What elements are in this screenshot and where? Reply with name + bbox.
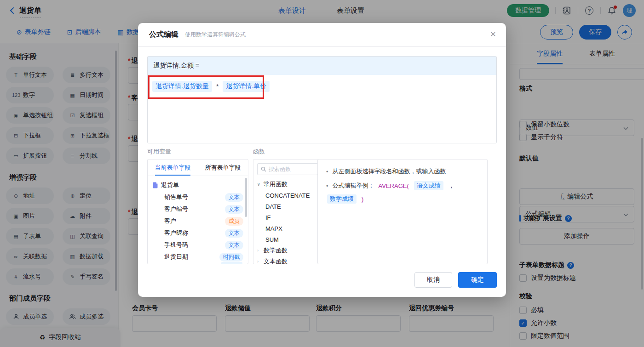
- function-item-IF[interactable]: IF: [257, 212, 318, 223]
- variable-name: 客户: [164, 217, 176, 225]
- function-group-常用函数[interactable]: ∨常用函数: [257, 179, 318, 190]
- variables-tabs: 当前表单字段所有表单字段: [148, 159, 248, 176]
- formula-operator: *: [216, 83, 218, 90]
- help-tip-1: • 从左侧面板选择字段名和函数，或输入函数: [326, 167, 479, 176]
- search-icon: [261, 166, 266, 172]
- variable-name: 退货日期: [164, 253, 188, 261]
- variables-panel: 当前表单字段所有表单字段 退货单销售单号文本客户编号文本客户成员客户昵称文本手机…: [147, 159, 248, 264]
- variable-item-销售单号[interactable]: 销售单号文本: [152, 191, 243, 203]
- variables-scrollbar[interactable]: [245, 178, 247, 217]
- help-example-separator: ，: [448, 182, 454, 190]
- formula-editor[interactable]: 退货详情.金额 = 退货详情.退货数量*退货详情.单价: [147, 56, 497, 143]
- modal-header: 公式编辑 使用数学运算符编辑公式 ×: [138, 23, 506, 47]
- functions-label: 函数: [253, 148, 265, 156]
- formula-field-token[interactable]: 退货详情.单价: [223, 81, 270, 92]
- variable-type-badge: 文本: [225, 229, 243, 238]
- variables-root-label: 退货单: [161, 181, 179, 189]
- function-item-DATE[interactable]: DATE: [257, 201, 318, 212]
- variable-type-badge: 文本: [225, 241, 243, 250]
- variable-type-badge: 文本: [225, 205, 243, 214]
- variables-tree: 退货单销售单号文本客户编号文本客户成员客户昵称文本手机号码文本退货日期时间戳: [148, 176, 248, 264]
- variables-tab-1[interactable]: 所有表单字段: [198, 159, 248, 176]
- help-tip-2: • 公式编辑举例：AVERAGE(语文成绩，数学成绩): [326, 181, 479, 204]
- formula-expression: 退货详情.退货数量*退货详情.单价: [148, 75, 496, 98]
- formula-field-token[interactable]: 退货详情.退货数量: [152, 81, 212, 92]
- bullet-icon: •: [326, 182, 328, 189]
- help-example-arg: 数学成绩: [327, 194, 356, 204]
- function-group-数学函数[interactable]: ›数学函数: [257, 245, 318, 256]
- formula-help-panel: • 从左侧面板选择字段名和函数，或输入函数 • 公式编辑举例：AVERAGE(语…: [317, 159, 488, 264]
- variable-item-客户[interactable]: 客户成员: [152, 215, 243, 227]
- function-tree: ∨常用函数CONCATENATEDATEIFMAPXSUM›数学函数›文本函数: [253, 179, 322, 264]
- modal-subtitle: 使用数学运算符编辑公式: [185, 31, 246, 39]
- help-example-prefix: 公式编辑举例：: [333, 182, 374, 190]
- function-group-label: 常用函数: [264, 180, 288, 188]
- variable-name: 手机号码: [164, 241, 188, 249]
- help-example-function-close: ): [362, 196, 363, 203]
- search-placeholder: 搜索函数: [269, 165, 291, 173]
- variable-item-退货日期[interactable]: 退货日期时间戳: [152, 251, 243, 263]
- function-item-SUM[interactable]: SUM: [257, 234, 318, 245]
- function-item-CONCATENATE[interactable]: CONCATENATE: [257, 190, 318, 201]
- close-icon[interactable]: ×: [490, 29, 496, 39]
- variables-label: 可用变量: [147, 148, 171, 156]
- variable-type-badge: 成员: [225, 217, 243, 226]
- function-search-input[interactable]: 搜索函数: [257, 163, 318, 175]
- variables-root-node[interactable]: 退货单: [152, 179, 243, 191]
- function-group-label: 数学函数: [264, 246, 288, 255]
- formula-edit-modal: 公式编辑 使用数学运算符编辑公式 × 退货详情.金额 = 退货详情.退货数量*退…: [138, 23, 506, 297]
- chevron-right-icon: ›: [257, 259, 261, 264]
- function-item-MAPX[interactable]: MAPX: [257, 223, 318, 234]
- function-group-label: 文本函数: [264, 257, 288, 264]
- form-doc-icon: [152, 182, 158, 188]
- formula-target: 退货详情.金额 =: [148, 57, 496, 75]
- chevron-down-icon: ∨: [257, 182, 261, 187]
- variable-name: 客户昵称: [164, 229, 188, 237]
- variable-item-手机号码[interactable]: 手机号码文本: [152, 239, 243, 251]
- modal-title: 公式编辑: [149, 30, 178, 40]
- functions-panel: 搜索函数 ∨常用函数CONCATENATEDATEIFMAPXSUM›数学函数›…: [253, 159, 322, 264]
- cancel-button[interactable]: 取消: [414, 272, 452, 288]
- help-example-function-open: AVERAGE(: [379, 182, 409, 189]
- variable-name: 销售单号: [164, 193, 188, 201]
- modal-footer: 取消 确定: [414, 272, 497, 288]
- variables-tab-0[interactable]: 当前表单字段: [148, 159, 198, 176]
- help-example-arg: 语文成绩: [414, 181, 443, 190]
- variable-type-badge: 时间戳: [219, 253, 243, 262]
- variable-name: 客户编号: [164, 205, 188, 213]
- confirm-button[interactable]: 确定: [458, 272, 497, 288]
- variable-item-客户昵称[interactable]: 客户昵称文本: [152, 227, 243, 239]
- variable-type-badge: 文本: [225, 193, 243, 202]
- function-group-文本函数[interactable]: ›文本函数: [257, 256, 318, 264]
- bullet-icon: •: [326, 168, 328, 175]
- variable-item-客户编号[interactable]: 客户编号文本: [152, 203, 243, 215]
- chevron-right-icon: ›: [257, 248, 261, 253]
- partial-badge: [221, 262, 242, 264]
